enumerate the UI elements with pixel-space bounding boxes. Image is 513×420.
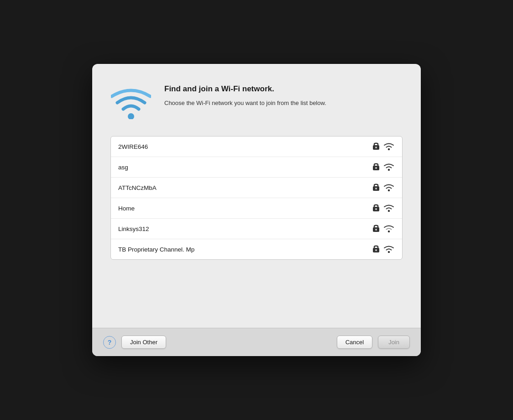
svg-point-15 — [388, 231, 390, 232]
network-name: TB Proprietary Channel. Mp — [118, 246, 373, 253]
dialog-content: Find and join a Wi-Fi network. Choose th… — [92, 64, 421, 328]
signal-icon — [383, 244, 395, 253]
network-row[interactable]: asg — [111, 157, 402, 178]
network-row[interactable]: ATTcNCzMbA — [111, 178, 402, 198]
wifi-icon-container — [110, 82, 152, 123]
lock-icon — [373, 224, 379, 232]
network-icons — [373, 162, 395, 173]
wifi-dialog: Find and join a Wi-Fi network. Choose th… — [92, 64, 421, 356]
cancel-button[interactable]: Cancel — [337, 336, 372, 349]
wifi-signal-icon — [383, 182, 395, 193]
dialog-footer: ? Join Other Cancel Join — [92, 328, 421, 356]
network-list: 2WIRE646 asg ATTcNCzMbA — [110, 136, 403, 260]
lock-icon — [373, 162, 379, 170]
network-icons — [373, 223, 395, 234]
svg-point-5 — [375, 167, 377, 169]
wifi-signal-icon — [383, 244, 395, 255]
wifi-signal-icon — [383, 162, 395, 173]
join-other-button[interactable]: Join Other — [121, 336, 166, 349]
lock-icon — [373, 183, 379, 191]
help-button[interactable]: ? — [103, 336, 116, 349]
lock-icon — [373, 142, 379, 152]
network-row[interactable]: 2WIRE646 — [111, 136, 402, 157]
header-row: Find and join a Wi-Fi network. Choose th… — [110, 82, 403, 123]
svg-point-3 — [388, 148, 390, 150]
signal-icon — [383, 162, 395, 171]
network-row[interactable]: Linksys312 — [111, 219, 402, 239]
lock-icon — [373, 162, 379, 172]
lock-icon — [373, 183, 379, 193]
network-row[interactable]: Home — [111, 198, 402, 219]
lock-icon — [373, 244, 379, 252]
lock-icon — [373, 203, 379, 211]
signal-icon — [383, 141, 395, 150]
wifi-signal-icon — [383, 223, 395, 234]
svg-point-0 — [128, 113, 134, 119]
svg-point-12 — [388, 210, 390, 212]
network-name: Home — [118, 205, 373, 212]
wifi-signal-icon — [383, 203, 395, 214]
svg-point-8 — [375, 188, 377, 189]
signal-icon — [383, 203, 395, 212]
signal-icon — [383, 182, 395, 191]
signal-icon — [383, 223, 395, 232]
svg-point-9 — [388, 189, 390, 191]
network-icons — [373, 141, 395, 152]
svg-point-14 — [375, 229, 377, 231]
wifi-signal-icon — [383, 141, 395, 152]
dialog-title: Find and join a Wi-Fi network. — [164, 84, 403, 94]
lock-icon — [373, 224, 379, 234]
network-row[interactable]: TB Proprietary Channel. Mp — [111, 239, 402, 259]
network-icons — [373, 182, 395, 193]
network-icons — [373, 203, 395, 214]
network-name: 2WIRE646 — [118, 143, 373, 150]
network-icons — [373, 244, 395, 255]
svg-point-2 — [375, 147, 377, 148]
lock-icon — [373, 244, 379, 254]
network-name: Linksys312 — [118, 226, 373, 232]
large-wifi-icon — [111, 86, 151, 119]
lock-icon — [373, 142, 379, 150]
svg-point-18 — [388, 251, 390, 253]
network-name: asg — [118, 164, 373, 171]
dialog-subtitle: Choose the Wi-Fi network you want to joi… — [164, 99, 403, 108]
join-button[interactable]: Join — [378, 336, 410, 349]
svg-point-17 — [375, 249, 377, 251]
lock-icon — [373, 203, 379, 213]
svg-point-11 — [375, 208, 377, 210]
svg-point-6 — [388, 169, 390, 171]
header-text: Find and join a Wi-Fi network. Choose th… — [164, 82, 403, 108]
network-name: ATTcNCzMbA — [118, 184, 373, 191]
